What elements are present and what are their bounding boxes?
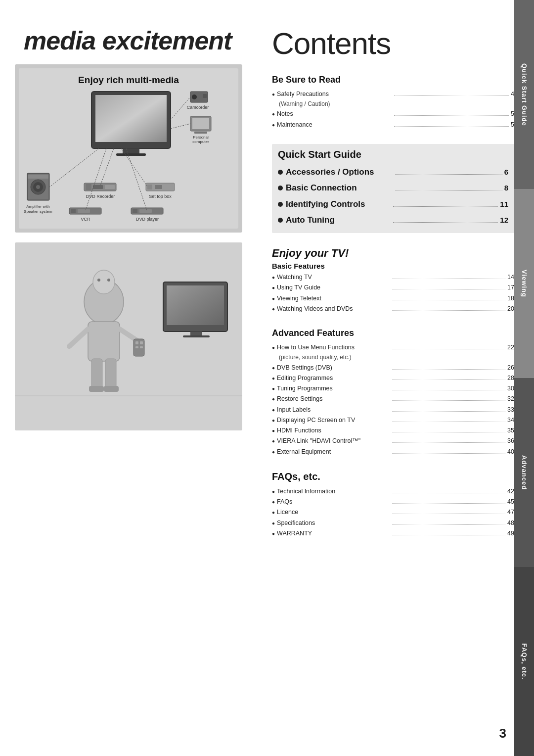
toc-item: ● Restore Settings 32: [272, 394, 514, 404]
toc-text: How to Use Menu Functions: [277, 342, 390, 353]
toc-page: 42: [507, 486, 514, 497]
svg-text:Enjoy rich multi-media: Enjoy rich multi-media: [78, 75, 179, 85]
toc-item: ● HDMI Functions 35: [272, 425, 514, 436]
toc-item: ● Watching Videos and DVDs 20: [272, 304, 514, 314]
toc-item: ● Tuning Programmes 30: [272, 383, 514, 394]
toc-item: ● Editing Programmes 28: [272, 373, 514, 383]
toc-item: ● Viewing Teletext 18: [272, 293, 514, 304]
side-tab-viewing[interactable]: Viewing: [514, 189, 534, 378]
svg-rect-53: [88, 322, 120, 361]
toc-page: 17: [507, 283, 514, 293]
toc-item: ● Displaying PC Screen on TV 34: [272, 415, 514, 425]
quick-start-text: Auto Tuning: [286, 212, 391, 228]
toc-text: Licence: [277, 507, 390, 518]
toc-dots: [392, 300, 505, 300]
toc-item: ● Specifications 48: [272, 518, 514, 528]
toc-text: Watching TV: [277, 272, 390, 283]
svg-rect-62: [105, 359, 116, 388]
svg-rect-26: [86, 184, 91, 190]
toc-dots: [392, 442, 505, 443]
svg-point-21: [36, 185, 40, 189]
bullet-icon: ●: [272, 426, 275, 435]
bullet-icon: ●: [272, 384, 275, 393]
quick-start-item: Auto Tuning 12: [278, 212, 508, 228]
toc-sub: (Warning / Caution): [272, 99, 514, 109]
toc-page: 30: [507, 383, 514, 394]
toc-page: 48: [507, 518, 514, 528]
svg-text:Amplifier with: Amplifier with: [26, 204, 50, 209]
quick-start-page: 12: [500, 213, 508, 228]
toc-text: Tuning Programmes: [277, 383, 390, 394]
toc-item: ● VIERA Link "HDAVI Control™" 36: [272, 436, 514, 446]
toc-page: 18: [507, 293, 514, 304]
toc-page: 5: [511, 109, 514, 119]
bullet-icon: ●: [272, 110, 275, 118]
quick-start-item: Identifying Controls 11: [278, 196, 508, 212]
svg-rect-68: [190, 331, 202, 335]
bullet-icon: ●: [272, 343, 275, 352]
side-tab-quick-start[interactable]: Quick Start Guide: [514, 0, 534, 189]
svg-text:Speaker system: Speaker system: [24, 209, 52, 214]
advanced-features-section: Advanced Features ● How to Use Menu Func…: [272, 328, 514, 457]
toc-dots: [392, 422, 505, 422]
toc-item: ● Technical Information 42: [272, 486, 514, 497]
svg-text:VCR: VCR: [81, 217, 90, 222]
svg-rect-67: [167, 285, 224, 325]
bullet-icon: ●: [272, 437, 275, 445]
side-tab-faqs[interactable]: FAQs, etc.: [514, 567, 534, 756]
bullet-icon: ●: [272, 374, 275, 382]
svg-rect-5: [95, 95, 167, 142]
svg-rect-39: [133, 209, 137, 213]
bullet-icon: ●: [272, 284, 275, 292]
enjoy-tv-section: Enjoy your TV! Basic Features ● Watching…: [272, 247, 514, 314]
quick-start-section: Quick Start Guide Accessories / Options …: [272, 144, 514, 233]
toc-page: 22: [507, 342, 514, 353]
toc-dots: [392, 514, 505, 514]
toc-dots: [392, 390, 505, 390]
svg-rect-58: [140, 341, 143, 344]
quick-start-text: Basic Connection: [286, 180, 393, 196]
bullet-icon: ●: [272, 529, 275, 538]
toc-page: 40: [507, 447, 514, 457]
faqs-section: FAQs, etc. ● Technical Information 42 ● …: [272, 471, 514, 539]
toc-dots: [394, 126, 509, 127]
bullet-icon: ●: [272, 406, 275, 414]
svg-rect-22: [28, 175, 48, 179]
svg-point-9: [192, 94, 197, 99]
toc-dots: [392, 369, 505, 370]
bullet-icon: [278, 218, 283, 223]
toc-text: VIERA Link "HDAVI Control™": [277, 436, 390, 446]
toc-item: ● How to Use Menu Functions 22: [272, 342, 514, 353]
bullet-icon: ●: [272, 90, 275, 98]
svg-rect-32: [155, 185, 162, 189]
svg-rect-61: [91, 359, 102, 388]
bullet-icon: ●: [272, 519, 275, 527]
side-tab-advanced[interactable]: Advanced: [514, 378, 534, 567]
side-tab-label: Quick Start Guide: [521, 63, 528, 126]
svg-text:computer: computer: [192, 140, 209, 144]
toc-dots: [392, 379, 505, 380]
toc-dots: [394, 115, 509, 116]
bullet-icon: ●: [272, 508, 275, 517]
quick-start-page: 11: [500, 197, 508, 212]
quick-start-dots: [395, 174, 502, 175]
toc-page: 47: [507, 507, 514, 518]
advanced-features-title: Advanced Features: [272, 328, 514, 338]
bullet-icon: ●: [272, 273, 275, 282]
toc-page: 5: [511, 120, 514, 130]
toc-item: ● Maintenance 5: [272, 120, 514, 130]
svg-rect-13: [192, 118, 209, 129]
bullet-icon: ●: [272, 487, 275, 496]
toc-item: ● WARRANTY 49: [272, 528, 514, 539]
toc-text: HDMI Functions: [277, 425, 390, 436]
contents-title: Contents: [272, 26, 514, 61]
bottom-illustration: [15, 242, 242, 430]
side-tab-label: Advanced: [521, 455, 528, 490]
basic-features-title: Basic Features: [272, 262, 514, 270]
toc-dots: [392, 535, 505, 535]
svg-text:Personal: Personal: [193, 135, 209, 140]
toc-text: WARRANTY: [277, 528, 390, 539]
toc-item: ● Safety Precautions 4: [272, 89, 514, 99]
toc-dots: [392, 411, 505, 412]
toc-dots: [392, 493, 505, 493]
